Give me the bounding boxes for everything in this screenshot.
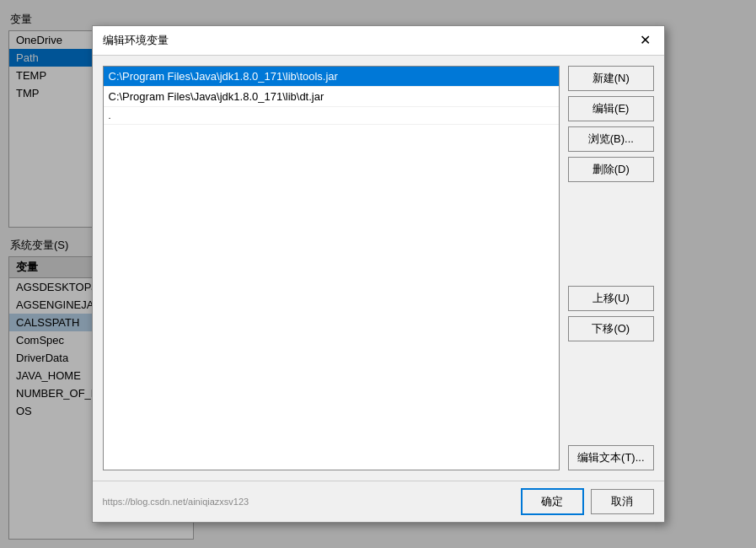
- edit-button[interactable]: 编辑(E): [568, 96, 653, 121]
- footer-note: https://blog.csdn.net/ainiqiazxsv123: [103, 497, 514, 507]
- dialog-title: 编辑环境变量: [103, 33, 169, 48]
- edit-env-dialog: 编辑环境变量 ✕ C:\Program Files\Java\jdk1.8.0_…: [92, 25, 665, 523]
- list-item-dt-jar[interactable]: C:\Program Files\Java\jdk1.8.0_171\lib\d…: [104, 87, 560, 107]
- browse-button[interactable]: 浏览(B)...: [568, 126, 653, 152]
- list-item-tools-jar[interactable]: C:\Program Files\Java\jdk1.8.0_171\lib\t…: [104, 67, 560, 87]
- list-item-dot[interactable]: .: [104, 107, 560, 125]
- delete-button[interactable]: 删除(D): [568, 157, 653, 182]
- dialog-footer: https://blog.csdn.net/ainiqiazxsv123 确定 …: [93, 481, 664, 522]
- edit-text-button[interactable]: 编辑文本(T)...: [568, 445, 653, 470]
- path-list[interactable]: C:\Program Files\Java\jdk1.8.0_171\lib\t…: [103, 66, 560, 470]
- dialog-overlay: 编辑环境变量 ✕ C:\Program Files\Java\jdk1.8.0_…: [0, 0, 756, 548]
- dialog-titlebar: 编辑环境变量 ✕: [93, 26, 664, 56]
- close-button[interactable]: ✕: [636, 34, 654, 47]
- move-down-button[interactable]: 下移(O): [568, 316, 653, 341]
- ok-button[interactable]: 确定: [521, 488, 584, 515]
- dialog-body: C:\Program Files\Java\jdk1.8.0_171\lib\t…: [93, 56, 664, 481]
- cancel-button[interactable]: 取消: [591, 489, 654, 514]
- move-up-button[interactable]: 上移(U): [568, 286, 653, 311]
- new-button[interactable]: 新建(N): [568, 66, 653, 91]
- action-buttons: 新建(N) 编辑(E) 浏览(B)... 删除(D) 上移(U) 下移(O) 编…: [568, 66, 653, 470]
